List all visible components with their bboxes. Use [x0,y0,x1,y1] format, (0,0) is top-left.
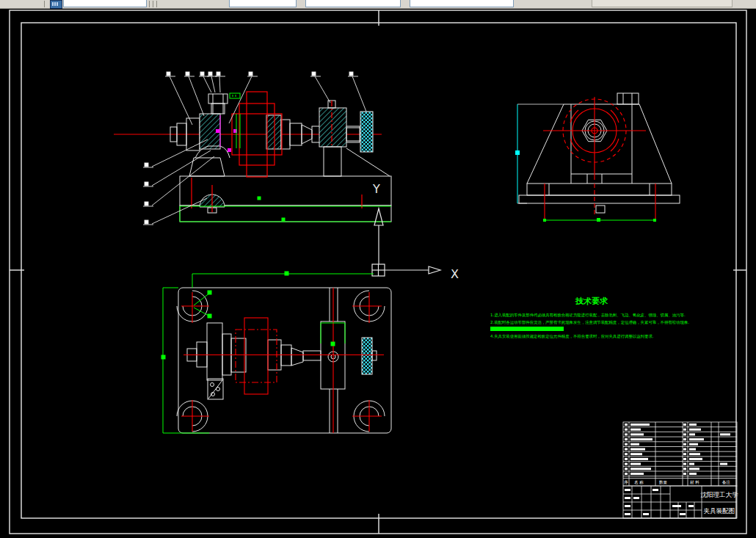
bom-row-blobs [625,424,730,515]
bom-header-material: 材 料 [689,480,699,485]
university-name: 沈阳理工大学 [701,491,739,498]
tech-req-line-4: 4.夹具安装使用前须按规定检验定位元件精度，不符合要求时，应对夹具进行调整以达到… [490,334,654,339]
plan-view [161,272,391,433]
side-view [515,93,680,222]
technical-requirements: 技术要求 1.进入装配的零件及部件均必须具有检验合格证方能进行装配，去除毛刺、飞… [490,297,689,339]
tech-req-title: 技术要求 [575,297,608,306]
item-leaders [143,72,366,225]
title-block: 序 名 称 数量 材 料 备注 沈阳理工大学 夹具装配图 [623,422,738,518]
cad-app-window: { "window": { "app": "CAD drawing viewpo… [0,0,756,538]
bom-header-remark: 备注 [722,480,731,484]
axis-x-label: X [451,267,459,281]
drawing-title: 夹具装配图 [704,507,735,515]
tech-req-line-3-bar [490,327,564,331]
bom-header-qty: 数量 [659,480,668,484]
tech-req-line-2: 2.装配时各运动零部件应灵活，严禁有卡死现象发生，注意调节装配精度，定位准确，夹… [490,320,689,325]
front-view [114,72,391,225]
tech-req-line-1: 1.进入装配的零件及部件均必须具有检验合格证方能进行装配，去除毛刺、飞边、氧化皮… [490,313,686,318]
bom-header-seq: 序 [624,480,628,485]
cad-viewport[interactable]: X Y [0,0,756,538]
axis-y-label: Y [372,182,380,196]
ucs-axis-icon: X Y [372,182,459,281]
bom-header-name: 名 称 [634,480,644,484]
